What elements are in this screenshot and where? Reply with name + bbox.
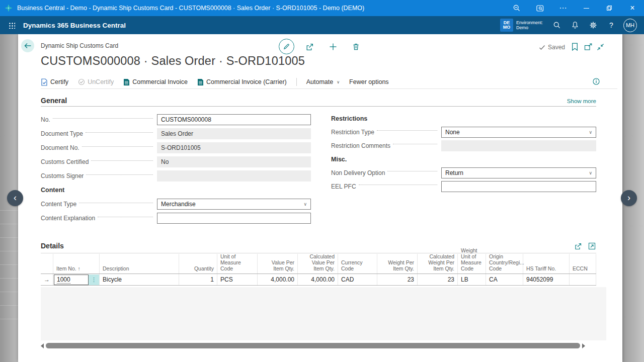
collapse-page-button[interactable] xyxy=(596,42,605,51)
next-record-button[interactable]: › xyxy=(621,190,637,206)
restriction-type-select[interactable]: None ∨ xyxy=(441,127,596,138)
titlebar-more-button[interactable]: … xyxy=(551,0,575,16)
uom-code-cell[interactable]: PCS xyxy=(217,274,257,285)
general-section-heading[interactable]: General xyxy=(41,97,67,105)
column-header-eccn[interactable]: ECCN xyxy=(569,254,596,274)
share-icon xyxy=(305,43,314,51)
content-type-select[interactable]: Merchandise ∨ xyxy=(157,199,311,210)
show-more-link[interactable]: Show more xyxy=(567,98,596,104)
bookmark-button[interactable] xyxy=(570,42,579,51)
pencil-icon xyxy=(283,43,290,50)
currency-code-cell[interactable]: CAD xyxy=(338,274,377,285)
item-no-cell[interactable]: 1000 ⋮ xyxy=(53,274,99,285)
fewer-options-action[interactable]: Fewer options xyxy=(349,78,389,85)
column-header-uom-code[interactable]: Unit of Measure Code xyxy=(217,254,257,274)
close-button[interactable]: × xyxy=(621,0,644,16)
field-row-content-explanation: Content Explanation xyxy=(41,211,311,225)
search-icon xyxy=(553,21,561,29)
environment-badge[interactable]: DE MO xyxy=(500,19,513,32)
details-share-button[interactable] xyxy=(574,242,582,250)
description-cell[interactable]: Bicycle xyxy=(99,274,179,285)
environment-label-caption: Environment: xyxy=(516,20,543,25)
settings-button[interactable] xyxy=(584,16,602,34)
minimize-button[interactable] xyxy=(575,0,598,16)
column-label: Item No. xyxy=(56,265,76,272)
column-header-hs-tariff[interactable]: HS Tariff No. xyxy=(523,254,569,274)
column-header-weight-per-item[interactable]: Weight Per Item Qty. xyxy=(377,254,417,274)
column-header-calc-value-per-item[interactable]: Calculated Value Per Item Qty. xyxy=(297,254,338,274)
kebab-icon: ⋮ xyxy=(91,277,97,283)
calc-weight-per-item-cell[interactable]: 23 xyxy=(417,274,457,285)
origin-country-cell[interactable]: CA xyxy=(486,274,523,285)
scrollbar-thumb[interactable] xyxy=(46,343,580,348)
column-header-currency-code[interactable]: Currency Code xyxy=(338,254,377,274)
user-avatar[interactable]: MH xyxy=(623,19,637,32)
commercial-invoice-action[interactable]: Commercial Invoice xyxy=(123,78,188,86)
help-button[interactable]: ? xyxy=(602,16,620,34)
weight-uom-code-cell[interactable]: LB xyxy=(457,274,486,285)
column-header-weight-uom-code[interactable]: Weight Unit of Measure Code xyxy=(457,254,486,274)
restrictions-subheading: Restrictions xyxy=(331,115,367,122)
app-launcher-button[interactable] xyxy=(0,16,23,34)
column-header-item-no[interactable]: Item No. ↑ xyxy=(53,254,99,274)
open-window-icon xyxy=(584,43,593,51)
column-header-quantity[interactable]: Quantity xyxy=(179,254,217,274)
restore-button[interactable] xyxy=(598,0,621,16)
calc-weight-per-item-value: 23 xyxy=(448,276,454,283)
quantity-value: 1 xyxy=(210,276,214,283)
item-more-options-button[interactable]: ⋮ xyxy=(89,275,99,285)
delete-button[interactable] xyxy=(351,42,360,51)
dotted-leader xyxy=(91,160,153,161)
field-label: Customs Signer xyxy=(41,172,86,179)
previous-record-button[interactable]: ‹ xyxy=(7,190,23,206)
calc-value-per-item-cell[interactable]: 4,000.00 xyxy=(297,274,338,285)
uom-code-value: PCS xyxy=(220,276,233,283)
value-per-item-cell[interactable]: 4,000.00 xyxy=(257,274,297,285)
column-label: Quantity xyxy=(194,265,214,272)
weight-per-item-cell[interactable]: 23 xyxy=(377,274,417,285)
horizontal-scrollbar[interactable] xyxy=(41,342,599,349)
zoom-search-button[interactable] xyxy=(505,0,528,16)
document-no-field: S-ORD101005 xyxy=(157,142,311,153)
environment-name: Demo xyxy=(516,25,528,30)
hs-tariff-cell[interactable]: 94052099 xyxy=(523,274,569,285)
no-field[interactable]: CUSTOMS000008 xyxy=(157,114,311,125)
details-expand-button[interactable] xyxy=(588,242,596,250)
saved-label: Saved xyxy=(548,44,565,51)
table-row: → 1000 ⋮ Bicycle 1 PCS 4,000.00 4,000.00… xyxy=(41,274,596,286)
content-explanation-field[interactable] xyxy=(157,213,311,224)
dotted-leader xyxy=(86,174,153,175)
field-label: Document No. xyxy=(41,144,82,151)
column-header-value-per-item[interactable]: Value Per Item Qty. xyxy=(257,254,297,274)
eccn-cell[interactable] xyxy=(569,274,596,285)
find-in-app-button[interactable] xyxy=(528,0,551,16)
dotted-leader xyxy=(53,118,153,119)
row-indicator-cell: → xyxy=(41,274,53,285)
open-in-new-window-button[interactable] xyxy=(584,42,593,51)
certify-action[interactable]: Certify xyxy=(41,78,68,86)
details-section-heading[interactable]: Details xyxy=(41,242,64,250)
eel-pfc-field[interactable] xyxy=(441,181,596,192)
non-delivery-option-select[interactable]: Return ∨ xyxy=(441,167,596,178)
quantity-cell[interactable]: 1 xyxy=(179,274,217,285)
back-button[interactable] xyxy=(21,39,34,52)
column-header-calc-weight-per-item[interactable]: Calculated Weight Per Item Qty. xyxy=(417,254,457,274)
row-arrow-icon: → xyxy=(44,276,50,283)
item-no-link[interactable]: 1000 xyxy=(57,276,70,284)
notifications-button[interactable] xyxy=(566,16,584,34)
search-button[interactable] xyxy=(548,16,566,34)
item-no-input[interactable]: 1000 xyxy=(54,275,89,285)
commercial-invoice-carrier-action[interactable]: Commercial Invoice (Carrier) xyxy=(197,78,287,86)
breadcrumb[interactable]: Dynamic Ship Customs Card xyxy=(41,42,118,49)
scroll-right-arrow-icon[interactable] xyxy=(582,343,585,348)
column-header-origin-country[interactable]: Origin Country/Regi... Code xyxy=(486,254,523,274)
share-button[interactable] xyxy=(305,42,314,51)
automate-menu[interactable]: Automate ∨ xyxy=(306,78,340,85)
scroll-left-arrow-icon[interactable] xyxy=(41,343,44,348)
column-header-description[interactable]: Description xyxy=(99,254,179,274)
chevron-left-icon: ‹ xyxy=(14,193,17,203)
edit-button[interactable] xyxy=(279,39,294,54)
new-button[interactable] xyxy=(329,42,338,51)
action-bar-info-button[interactable] xyxy=(593,78,600,87)
product-title[interactable]: Dynamics 365 Business Central xyxy=(23,22,126,29)
